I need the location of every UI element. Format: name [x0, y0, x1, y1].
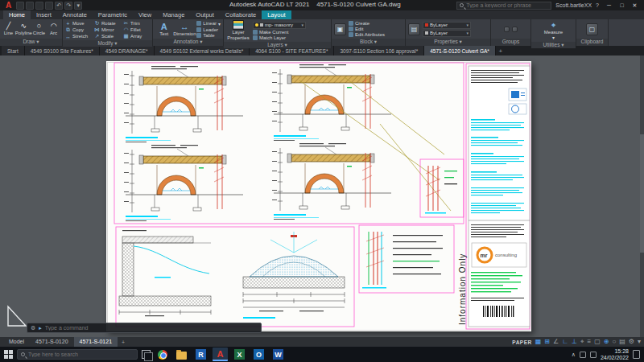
panel-label-modify[interactable]: Modify ▾ — [63, 40, 152, 47]
insert-block-button[interactable]: ▣ — [334, 23, 346, 35]
make-current-button[interactable]: Make Current — [253, 30, 306, 35]
revu-app-icon[interactable]: R — [193, 348, 208, 361]
help-search-input[interactable] — [466, 2, 548, 8]
panel-label-utilities[interactable]: Utilities ▾ — [531, 42, 576, 48]
ortho-toggle-icon[interactable]: ∟ — [562, 338, 568, 346]
paste-button[interactable]: ▢ — [586, 23, 598, 35]
new-icon[interactable] — [16, 2, 24, 10]
line-button[interactable]: ╱Line — [2, 22, 14, 36]
arc-button[interactable]: ◠Arc — [47, 22, 60, 36]
layout-tab-model[interactable]: Model — [3, 337, 30, 347]
panel-label-block[interactable]: Block ▾ — [332, 39, 405, 46]
doc-tab-2[interactable]: 4549 DRAINAGE* — [100, 46, 155, 56]
doc-tab-1[interactable]: 4549 S0100 Site Features* — [25, 46, 100, 56]
create-block-button[interactable]: Create — [349, 21, 385, 26]
stretch-button[interactable]: ↔Stretch — [65, 34, 93, 39]
taskbar-search-input[interactable] — [28, 352, 134, 357]
undo-icon[interactable]: ↶ — [55, 2, 63, 10]
osnap-toggle-icon[interactable]: ⊥ — [572, 338, 577, 346]
polyline-button[interactable]: ∿Polyline — [17, 22, 31, 36]
doc-tab-start[interactable]: Start — [2, 46, 25, 56]
command-line[interactable]: ⚙ ▸ — [27, 323, 262, 333]
ribbon-tab-annotate[interactable]: Annotate — [57, 10, 93, 19]
layout-tab-0120[interactable]: 4571-S-0120 — [30, 337, 73, 347]
circle-button[interactable]: ○Circle — [33, 22, 45, 36]
array-button[interactable]: ▦Array — [123, 33, 151, 39]
move-button[interactable]: +Move — [65, 21, 93, 27]
taskbar-search[interactable] — [17, 349, 138, 360]
snap-toggle-icon[interactable]: ⊞ — [544, 338, 550, 346]
network-icon[interactable] — [580, 352, 586, 358]
excel-app-icon[interactable]: X — [232, 348, 247, 361]
autocad-app-icon[interactable]: A — [213, 348, 228, 361]
ribbon-tab-output[interactable]: Output — [190, 10, 220, 19]
scrollbar-thumb[interactable] — [640, 134, 644, 253]
autocad-app-menu[interactable]: A — [3, 1, 14, 10]
leader-button[interactable]: Leader — [196, 27, 221, 32]
panel-label-layers[interactable]: Layers ▾ — [224, 42, 331, 48]
tray-expand-icon[interactable]: ∧ — [572, 352, 576, 358]
copy-button[interactable]: ⧉Copy — [65, 27, 93, 33]
start-button[interactable] — [4, 350, 13, 359]
polar-toggle-icon[interactable]: ∠ — [553, 338, 559, 346]
object-color-dropdown[interactable]: ByLayer ▾ — [423, 22, 471, 29]
chrome-app-icon[interactable] — [155, 348, 170, 361]
match-layer-button[interactable]: Match Layer — [253, 35, 306, 40]
file-explorer-app-icon[interactable] — [174, 348, 189, 361]
panel-label-properties[interactable]: Properties ▾ — [406, 39, 490, 46]
edit-block-button[interactable]: Edit — [349, 27, 385, 31]
qat-dropdown-icon[interactable]: ▾ — [74, 2, 82, 10]
volume-icon[interactable] — [590, 352, 597, 358]
scale-button[interactable]: ↗Scale — [94, 33, 122, 39]
trim-button[interactable]: ✂Trim — [123, 20, 151, 27]
panel-label-draw[interactable]: Draw ▾ — [0, 39, 62, 46]
taskbar-clock[interactable]: 15:28 24/02/2022 — [601, 348, 629, 361]
doc-tab-active[interactable]: 4571-S-0120 Culvert GA* — [424, 46, 496, 56]
customize-icon[interactable]: ⚙ — [31, 325, 35, 331]
panel-label-groups[interactable]: Groups — [491, 39, 530, 46]
help-search[interactable] — [456, 2, 551, 10]
ribbon-tab-parametric[interactable]: Parametric — [93, 10, 133, 19]
command-input[interactable] — [45, 325, 258, 331]
isolate-objects-icon[interactable]: ○ — [612, 338, 616, 346]
grid-toggle-icon[interactable]: ▦ — [535, 338, 542, 346]
drawing-canvas[interactable]: mr consulting — [0, 56, 644, 337]
mirror-button[interactable]: ⋈Mirror — [94, 27, 122, 33]
panel-label-annotation[interactable]: Annotation ▾ — [153, 39, 223, 46]
close-button[interactable]: ✕ — [629, 1, 641, 10]
annotation-scale-icon[interactable]: ▤ — [619, 338, 625, 346]
rotate-button[interactable]: ↻Rotate — [94, 20, 122, 27]
ribbon-tab-layout[interactable]: Layout — [262, 10, 291, 19]
maximize-button[interactable]: □ — [616, 1, 628, 10]
help-icon[interactable]: ? — [596, 2, 599, 8]
ribbon-tab-collaborate[interactable]: Collaborate — [220, 10, 262, 19]
ribbon-tab-home[interactable]: Home — [3, 10, 31, 19]
transparency-toggle-icon[interactable]: ▢ — [594, 338, 601, 346]
lineweight-dropdown[interactable]: ByLayer ▾ — [423, 30, 471, 37]
fillet-button[interactable]: ◠Fillet — [123, 27, 151, 33]
text-button[interactable]: AText — [155, 22, 172, 37]
task-view-button[interactable] — [142, 350, 151, 359]
status-menu-icon[interactable]: ▾ — [638, 338, 641, 346]
dimension-button[interactable]: ↔Dimension — [175, 22, 194, 37]
layout-sheet[interactable]: mr consulting — [106, 61, 531, 331]
outlook-app-icon[interactable]: O — [251, 348, 266, 361]
layout-tab-0121[interactable]: 4571-S-0121 — [74, 337, 118, 347]
measure-button[interactable]: ⌖Measure▾ — [544, 20, 564, 41]
paper-space-toggle[interactable]: PAPER — [512, 339, 531, 345]
panel-label-clipboard[interactable]: Clipboard — [576, 39, 608, 46]
lineweight-toggle-icon[interactable]: ≡ — [587, 338, 591, 346]
ribbon-tab-view[interactable]: View — [133, 10, 157, 19]
doc-tab-5[interactable]: 3097-S110 Section 106 approval* — [334, 46, 424, 56]
tracking-toggle-icon[interactable]: ⌖ — [580, 338, 584, 346]
group-icon[interactable] — [504, 27, 510, 32]
layer-properties-button[interactable]: Layer Properties — [226, 20, 250, 41]
ungroup-icon[interactable] — [512, 27, 518, 32]
settings-icon[interactable]: ⚙ — [629, 338, 634, 346]
table-button[interactable]: Table — [196, 33, 221, 38]
redo-icon[interactable]: ↷ — [64, 2, 72, 10]
layer-dropdown[interactable]: mp- masonry ▾ — [253, 22, 306, 29]
open-icon[interactable] — [26, 2, 34, 10]
notification-center-icon[interactable] — [633, 350, 640, 359]
new-layout-button[interactable]: + — [118, 339, 129, 345]
